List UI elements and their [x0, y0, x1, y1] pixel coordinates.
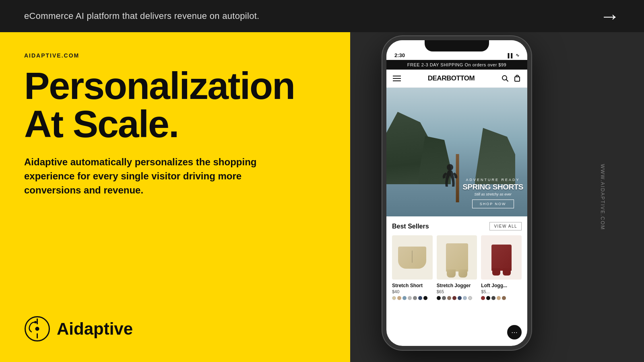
logo-text: Aidaptive	[57, 319, 133, 339]
product-name-3: Loft Jogg...	[481, 283, 522, 288]
svg-line-6	[506, 80, 508, 82]
products-grid: Stretch Short $40	[392, 235, 522, 300]
swatch[interactable]	[491, 296, 495, 300]
phone-frame: 2:30 ▌▌ ∿ FREE 2-3 DAY SHIPPING On order…	[382, 36, 531, 350]
product-name-1: Stretch Short	[392, 283, 433, 288]
swatch[interactable]	[463, 296, 467, 300]
svg-rect-7	[515, 77, 520, 81]
swatch[interactable]	[497, 296, 501, 300]
swatch[interactable]	[402, 296, 407, 300]
swatch[interactable]	[442, 296, 446, 300]
search-icon[interactable]	[502, 75, 509, 82]
product-image-1	[392, 235, 433, 280]
view-all-button[interactable]: VIEW ALL	[489, 222, 522, 230]
svg-point-1	[35, 327, 39, 331]
left-panel: AIDAPTIVE.COM PersonalizationAt Scale. A…	[0, 32, 350, 362]
hero-section: ADVENTURE READY SPRING SHORTS Still as s…	[386, 88, 527, 216]
phone-screen: 2:30 ▌▌ ∿ FREE 2-3 DAY SHIPPING On order…	[386, 40, 527, 346]
hero-overlay: ADVENTURE READY SPRING SHORTS Still as s…	[462, 178, 523, 208]
wifi-icon: ∿	[516, 53, 519, 58]
swatch[interactable]	[418, 296, 422, 300]
product-price-2: $65	[437, 289, 477, 294]
product-name-2: Stretch Jogger	[437, 283, 477, 288]
swatch[interactable]	[468, 296, 472, 300]
main-content: AIDAPTIVE.COM PersonalizationAt Scale. A…	[0, 32, 644, 362]
swatch[interactable]	[502, 296, 506, 300]
product-card-2[interactable]: Stretch Jogger $65	[437, 235, 477, 300]
status-icons: ▌▌ ∿	[508, 53, 519, 58]
best-sellers-title: Best Sellers	[392, 223, 429, 230]
adventure-ready-text: ADVENTURE READY	[462, 178, 523, 182]
website-label: AIDAPTIVE.COM	[24, 52, 326, 59]
signal-icon: ▌▌	[508, 53, 514, 58]
product-price-1: $40	[392, 289, 433, 294]
product-card-3[interactable]: Loft Jogg... $5...	[481, 235, 522, 300]
tagline: eCommerce AI platform that delivers reve…	[24, 11, 260, 21]
jogger-shape-icon	[446, 243, 468, 272]
subheadline: Aidaptive automatically personalizes the…	[24, 155, 298, 197]
cart-icon[interactable]	[514, 75, 521, 82]
swatch[interactable]	[397, 296, 401, 300]
headline: PersonalizationAt Scale.	[24, 67, 326, 143]
best-sellers-header: Best Sellers VIEW ALL	[392, 222, 522, 230]
swatch[interactable]	[486, 296, 490, 300]
best-sellers-section: Best Sellers VIEW ALL Stretch Short $40	[386, 216, 527, 346]
nav-icons	[502, 75, 521, 82]
swatch[interactable]	[481, 296, 485, 300]
store-nav: DEARBOTTOM	[386, 70, 527, 88]
side-text: WWW.AIDAPTIVE.COM	[600, 164, 606, 230]
short-shape-icon	[398, 247, 426, 269]
color-swatches-3	[481, 296, 522, 300]
top-bar: eCommerce AI platform that delivers reve…	[0, 0, 644, 32]
still-stretchy-text: Still as stretchy as ever	[462, 192, 523, 196]
spring-shorts-text: SPRING SHORTS	[462, 183, 523, 191]
color-swatches-1	[392, 296, 433, 300]
store-logo: DEARBOTTOM	[428, 74, 475, 82]
aidaptive-logo-icon	[24, 316, 50, 342]
shipping-banner: FREE 2-3 DAY SHIPPING On orders over $99	[386, 60, 527, 70]
svg-point-8	[447, 164, 453, 171]
swatch[interactable]	[452, 296, 456, 300]
swatch[interactable]	[408, 296, 412, 300]
shop-now-button[interactable]: SHOP NOW	[472, 200, 514, 208]
swatch[interactable]	[392, 296, 396, 300]
swatch[interactable]	[437, 296, 441, 300]
hamburger-icon[interactable]	[393, 76, 401, 81]
person-silhouette	[440, 162, 460, 196]
product-card-1[interactable]: Stretch Short $40	[392, 235, 433, 300]
red-jogger-shape-icon	[491, 245, 512, 271]
phone-notch	[425, 40, 489, 51]
product-price-3: $5...	[481, 289, 522, 294]
swatch[interactable]	[447, 296, 451, 300]
time: 2:30	[394, 52, 405, 58]
swatch[interactable]	[413, 296, 417, 300]
swatch[interactable]	[423, 296, 427, 300]
svg-point-4	[34, 321, 37, 323]
right-panel: WWW.AIDAPTIVE.COM 2:30 ▌▌ ∿ FREE 2-3 DAY…	[350, 32, 644, 362]
product-image-3	[481, 235, 522, 280]
left-panel-content: AIDAPTIVE.COM PersonalizationAt Scale. A…	[24, 52, 326, 197]
color-swatches-2	[437, 296, 477, 300]
swatch[interactable]	[458, 296, 462, 300]
phone-mockup: 2:30 ▌▌ ∿ FREE 2-3 DAY SHIPPING On order…	[382, 36, 531, 350]
product-image-2	[437, 235, 477, 280]
chat-button[interactable]: ⋯	[507, 325, 522, 339]
logo-area: Aidaptive	[24, 316, 326, 342]
arrow-icon[interactable]: →	[600, 6, 620, 26]
